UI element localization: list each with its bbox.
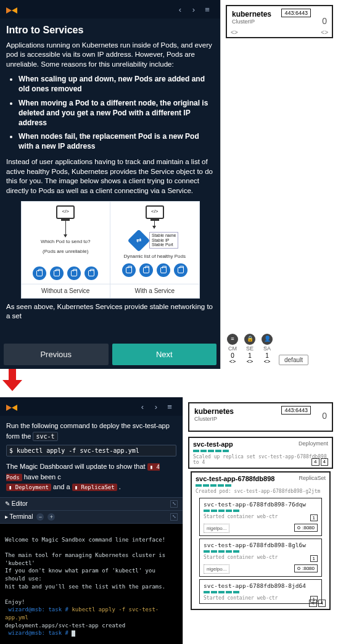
terminal-remove[interactable]: − — [36, 513, 44, 521]
client-icon: </> — [146, 205, 164, 219]
pod-icon — [33, 266, 46, 280]
lesson-p1: Applications running on Kubernetes run i… — [6, 41, 214, 70]
diagram-unreliable: (Pods are unreliable) — [43, 249, 88, 255]
expand-icon[interactable]: ⤡ — [170, 500, 178, 508]
cursor-icon — [72, 630, 75, 637]
configmap-icon: ≡ — [227, 334, 238, 345]
pod-icon — [67, 266, 81, 280]
image-chip: nigelpo... — [204, 524, 229, 533]
replicaset-log: Created pod: svc-test-app-6788fdb898-g2j… — [196, 489, 326, 494]
logo-icon — [6, 4, 17, 15]
replicaset-kind: ReplicaSet — [299, 475, 326, 481]
code-inline: svc-t — [33, 432, 57, 441]
terminal[interactable]: Welcome to Magic Sandbox command line in… — [0, 524, 183, 645]
lesson-content: Intro to Services Applications running o… — [0, 19, 220, 340]
topbar: ‹ › ≡ — [0, 397, 183, 416]
service-card-kubernetes[interactable]: kubernetes ClusterIP 443:6443 0 — [188, 402, 333, 432]
deployment-card[interactable]: svc-test-app Deployment Scaled up replic… — [188, 437, 333, 469]
pod-icon — [139, 263, 153, 277]
deployment-chip: ▮ Deployment — [6, 484, 51, 491]
deployment-log: Scaled up replica set svc-test-app-6788f… — [193, 454, 328, 465]
diagram-right-label: With a Service — [110, 284, 199, 298]
port-chip: :8080 — [294, 564, 318, 572]
arrow-down-icon — [65, 221, 66, 237]
expand-icon[interactable]: ⤡ — [170, 513, 178, 521]
stable-labels: Stable name Stable IP Stable Port — [149, 232, 178, 249]
deployment-kind: Deployment — [299, 440, 328, 447]
service-diagram: </> Which Pod to send to? (Pods are unre… — [21, 201, 200, 299]
pod-card[interactable]: svc-test-app-6788fdb898-8gl6w Started co… — [199, 539, 322, 577]
nav-prev[interactable]: ‹ — [136, 401, 149, 412]
bullet-2: When moving a Pod to a different node, t… — [19, 98, 214, 128]
nav-menu[interactable]: ≡ — [200, 4, 214, 15]
instruction-text: Run the following command to deploy the … — [6, 422, 170, 440]
user-icon: 👤 — [262, 334, 273, 345]
lesson-title: Intro to Services — [6, 23, 214, 37]
service-count: 0 — [322, 411, 327, 421]
diagram-question: Which Pod to send to? — [41, 239, 91, 246]
nav-next[interactable]: › — [149, 401, 163, 412]
image-chip: nigelpo... — [204, 564, 229, 574]
diagram-left-label: Without a Service — [22, 284, 110, 298]
service-port: 443:6443 — [281, 406, 311, 415]
lesson-p3: As seen above, Kubernetes Services provi… — [6, 302, 214, 321]
replicaset-chip: ▮ ReplicaSet — [72, 484, 117, 491]
caret-icon: <> — [231, 29, 238, 36]
lesson-content: Run the following command to deploy the … — [0, 416, 183, 497]
dynamic-list-label: Dynamic list of healthy Pods — [124, 254, 186, 260]
nav-menu[interactable]: ≡ — [163, 401, 176, 412]
terminal-add[interactable]: + — [47, 513, 55, 521]
serviceaccounts-summary[interactable]: 👤 SA 1 <> — [262, 334, 273, 365]
namespace-chip[interactable]: default — [279, 355, 308, 365]
lock-icon: 🔒 — [244, 334, 255, 345]
service-node-icon: ⇄ — [128, 229, 150, 252]
arrow-down-icon — [154, 221, 155, 228]
bullet-3: When nodes fail, the replacement Pod is … — [19, 131, 214, 151]
pod-card[interactable]: svc-test-app-6788fdb898-76dqw Started co… — [199, 498, 322, 536]
service-port: 443:6443 — [281, 9, 311, 17]
terminal-tab[interactable]: ▸ Terminal — [5, 513, 33, 520]
topbar: ‹ › ≡ — [0, 0, 220, 19]
pod-icon — [50, 266, 64, 280]
resource-summary: ≡ CM 0 <> 🔒 SE 1 <> 👤 SA 1 <> default — [221, 330, 338, 369]
pod-card[interactable]: svc-test-app-6788fdb898-8jd64 Started co… — [199, 579, 322, 604]
service-name: kubernetes — [232, 10, 327, 19]
editor-tab[interactable]: ✎ Editor — [5, 500, 28, 507]
service-count: 0 — [322, 16, 327, 26]
command-snippet[interactable]: $ kubectl apply -f svc-test-app.yml — [6, 445, 176, 456]
pod-icon — [84, 266, 98, 280]
nav-next[interactable]: › — [187, 4, 200, 15]
transition-arrow-icon — [0, 368, 25, 392]
client-icon: </> — [56, 205, 75, 219]
secrets-summary[interactable]: 🔒 SE 1 <> — [244, 334, 255, 365]
service-type: ClusterIP — [194, 416, 327, 422]
pod-icon — [157, 263, 170, 277]
logo-icon — [6, 401, 17, 412]
previous-button[interactable]: Previous — [4, 344, 109, 365]
service-type: ClusterIP — [232, 19, 327, 25]
service-card-kubernetes[interactable]: kubernetes ClusterIP 443:6443 0 <><> — [226, 5, 333, 38]
next-button[interactable]: Next — [112, 344, 217, 365]
caret-icon: <> — [321, 29, 328, 36]
configmaps-summary[interactable]: ≡ CM 0 <> — [227, 334, 238, 365]
replicaset-card[interactable]: svc-test-app-6788fdb898 ReplicaSet Creat… — [191, 471, 331, 610]
lesson-p2: Instead of user applications having to t… — [6, 157, 214, 196]
pod-icon — [122, 263, 136, 277]
nav-prev[interactable]: ‹ — [173, 4, 187, 15]
pod-icon — [174, 263, 188, 277]
port-chip: :8080 — [294, 524, 318, 532]
bullet-1: When scaling up and down, new Pods are a… — [19, 74, 214, 94]
